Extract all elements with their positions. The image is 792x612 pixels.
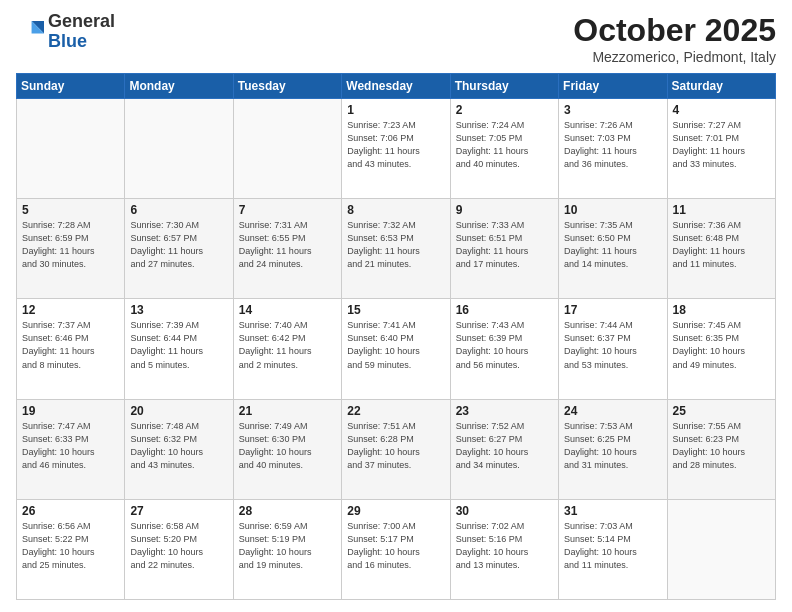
table-cell: 12Sunrise: 7:37 AMSunset: 6:46 PMDayligh… [17,299,125,399]
table-cell: 25Sunrise: 7:55 AMSunset: 6:23 PMDayligh… [667,399,775,499]
table-cell: 14Sunrise: 7:40 AMSunset: 6:42 PMDayligh… [233,299,341,399]
header-row: Sunday Monday Tuesday Wednesday Thursday… [17,74,776,99]
table-cell: 3Sunrise: 7:26 AMSunset: 7:03 PMDaylight… [559,99,667,199]
col-friday: Friday [559,74,667,99]
day-info: Sunrise: 7:02 AMSunset: 5:16 PMDaylight:… [456,520,553,572]
day-number: 26 [22,504,119,518]
table-cell: 13Sunrise: 7:39 AMSunset: 6:44 PMDayligh… [125,299,233,399]
table-cell [667,499,775,599]
table-cell: 1Sunrise: 7:23 AMSunset: 7:06 PMDaylight… [342,99,450,199]
page: General Blue October 2025 Mezzomerico, P… [0,0,792,612]
table-cell: 24Sunrise: 7:53 AMSunset: 6:25 PMDayligh… [559,399,667,499]
day-info: Sunrise: 7:32 AMSunset: 6:53 PMDaylight:… [347,219,444,271]
col-sunday: Sunday [17,74,125,99]
title-block: October 2025 Mezzomerico, Piedmont, Ital… [573,12,776,65]
table-cell: 5Sunrise: 7:28 AMSunset: 6:59 PMDaylight… [17,199,125,299]
day-number: 15 [347,303,444,317]
table-cell: 31Sunrise: 7:03 AMSunset: 5:14 PMDayligh… [559,499,667,599]
table-cell: 2Sunrise: 7:24 AMSunset: 7:05 PMDaylight… [450,99,558,199]
day-number: 1 [347,103,444,117]
day-info: Sunrise: 7:24 AMSunset: 7:05 PMDaylight:… [456,119,553,171]
table-cell: 9Sunrise: 7:33 AMSunset: 6:51 PMDaylight… [450,199,558,299]
table-cell: 16Sunrise: 7:43 AMSunset: 6:39 PMDayligh… [450,299,558,399]
day-info: Sunrise: 7:33 AMSunset: 6:51 PMDaylight:… [456,219,553,271]
day-info: Sunrise: 7:37 AMSunset: 6:46 PMDaylight:… [22,319,119,371]
day-number: 2 [456,103,553,117]
day-number: 21 [239,404,336,418]
header: General Blue October 2025 Mezzomerico, P… [16,12,776,65]
day-info: Sunrise: 7:45 AMSunset: 6:35 PMDaylight:… [673,319,770,371]
table-cell: 11Sunrise: 7:36 AMSunset: 6:48 PMDayligh… [667,199,775,299]
day-number: 9 [456,203,553,217]
logo-text: General Blue [48,12,115,52]
day-number: 27 [130,504,227,518]
day-info: Sunrise: 7:53 AMSunset: 6:25 PMDaylight:… [564,420,661,472]
table-cell [233,99,341,199]
logo: General Blue [16,12,115,52]
week-row-1: 1Sunrise: 7:23 AMSunset: 7:06 PMDaylight… [17,99,776,199]
day-info: Sunrise: 7:55 AMSunset: 6:23 PMDaylight:… [673,420,770,472]
day-number: 12 [22,303,119,317]
day-info: Sunrise: 7:52 AMSunset: 6:27 PMDaylight:… [456,420,553,472]
day-number: 5 [22,203,119,217]
day-info: Sunrise: 7:30 AMSunset: 6:57 PMDaylight:… [130,219,227,271]
col-tuesday: Tuesday [233,74,341,99]
table-cell: 21Sunrise: 7:49 AMSunset: 6:30 PMDayligh… [233,399,341,499]
table-cell: 17Sunrise: 7:44 AMSunset: 6:37 PMDayligh… [559,299,667,399]
day-info: Sunrise: 7:44 AMSunset: 6:37 PMDaylight:… [564,319,661,371]
table-cell [17,99,125,199]
day-number: 6 [130,203,227,217]
table-cell: 8Sunrise: 7:32 AMSunset: 6:53 PMDaylight… [342,199,450,299]
col-saturday: Saturday [667,74,775,99]
day-info: Sunrise: 7:03 AMSunset: 5:14 PMDaylight:… [564,520,661,572]
table-cell: 22Sunrise: 7:51 AMSunset: 6:28 PMDayligh… [342,399,450,499]
day-number: 29 [347,504,444,518]
table-cell: 15Sunrise: 7:41 AMSunset: 6:40 PMDayligh… [342,299,450,399]
logo-general-text: General [48,11,115,31]
day-info: Sunrise: 6:58 AMSunset: 5:20 PMDaylight:… [130,520,227,572]
week-row-5: 26Sunrise: 6:56 AMSunset: 5:22 PMDayligh… [17,499,776,599]
table-cell: 7Sunrise: 7:31 AMSunset: 6:55 PMDaylight… [233,199,341,299]
week-row-4: 19Sunrise: 7:47 AMSunset: 6:33 PMDayligh… [17,399,776,499]
col-thursday: Thursday [450,74,558,99]
day-number: 20 [130,404,227,418]
calendar-title: October 2025 [573,12,776,49]
day-number: 30 [456,504,553,518]
week-row-2: 5Sunrise: 7:28 AMSunset: 6:59 PMDaylight… [17,199,776,299]
day-number: 7 [239,203,336,217]
table-cell: 30Sunrise: 7:02 AMSunset: 5:16 PMDayligh… [450,499,558,599]
day-number: 22 [347,404,444,418]
day-info: Sunrise: 6:59 AMSunset: 5:19 PMDaylight:… [239,520,336,572]
day-info: Sunrise: 7:43 AMSunset: 6:39 PMDaylight:… [456,319,553,371]
day-number: 3 [564,103,661,117]
day-info: Sunrise: 7:47 AMSunset: 6:33 PMDaylight:… [22,420,119,472]
table-cell: 27Sunrise: 6:58 AMSunset: 5:20 PMDayligh… [125,499,233,599]
day-number: 17 [564,303,661,317]
day-info: Sunrise: 7:48 AMSunset: 6:32 PMDaylight:… [130,420,227,472]
logo-blue-text: Blue [48,31,87,51]
day-number: 25 [673,404,770,418]
calendar-subtitle: Mezzomerico, Piedmont, Italy [573,49,776,65]
table-cell: 20Sunrise: 7:48 AMSunset: 6:32 PMDayligh… [125,399,233,499]
day-info: Sunrise: 7:39 AMSunset: 6:44 PMDaylight:… [130,319,227,371]
day-number: 24 [564,404,661,418]
day-info: Sunrise: 7:23 AMSunset: 7:06 PMDaylight:… [347,119,444,171]
day-info: Sunrise: 7:28 AMSunset: 6:59 PMDaylight:… [22,219,119,271]
table-cell: 26Sunrise: 6:56 AMSunset: 5:22 PMDayligh… [17,499,125,599]
col-monday: Monday [125,74,233,99]
table-cell: 29Sunrise: 7:00 AMSunset: 5:17 PMDayligh… [342,499,450,599]
day-number: 14 [239,303,336,317]
day-number: 19 [22,404,119,418]
day-number: 28 [239,504,336,518]
day-number: 4 [673,103,770,117]
day-number: 10 [564,203,661,217]
day-info: Sunrise: 7:27 AMSunset: 7:01 PMDaylight:… [673,119,770,171]
table-cell: 23Sunrise: 7:52 AMSunset: 6:27 PMDayligh… [450,399,558,499]
day-number: 16 [456,303,553,317]
calendar-table: Sunday Monday Tuesday Wednesday Thursday… [16,73,776,600]
col-wednesday: Wednesday [342,74,450,99]
table-cell: 28Sunrise: 6:59 AMSunset: 5:19 PMDayligh… [233,499,341,599]
day-info: Sunrise: 7:35 AMSunset: 6:50 PMDaylight:… [564,219,661,271]
logo-icon [16,18,44,46]
day-number: 23 [456,404,553,418]
